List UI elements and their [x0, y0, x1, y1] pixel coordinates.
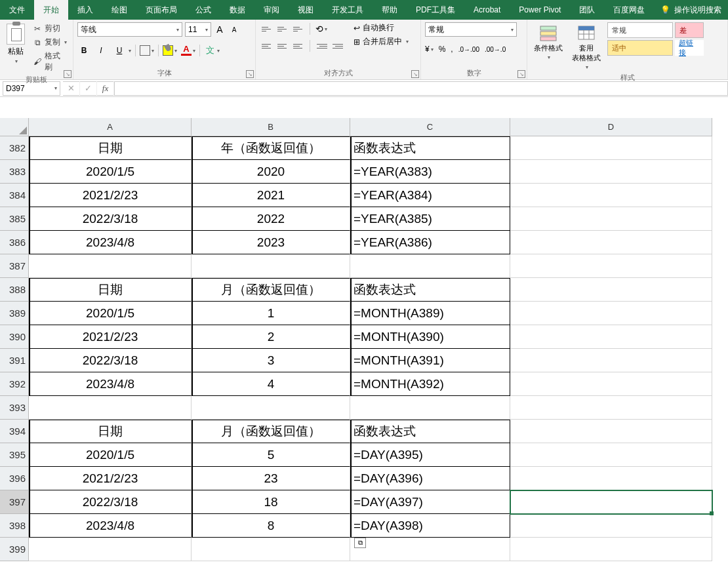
- col-header-B[interactable]: B: [192, 118, 350, 136]
- cell-D395[interactable]: [510, 443, 712, 467]
- align-bottom[interactable]: [291, 22, 304, 35]
- cell-C382[interactable]: 函数表达式: [350, 136, 510, 160]
- cell-C385[interactable]: =YEAR(A385): [350, 207, 510, 231]
- style-normal[interactable]: 常规: [607, 22, 673, 38]
- decrease-decimal[interactable]: .00→.0: [485, 45, 506, 54]
- cell-C383[interactable]: =YEAR(A383): [350, 160, 510, 184]
- row-header-395[interactable]: 395: [0, 443, 29, 467]
- row-header-387[interactable]: 387: [0, 254, 29, 278]
- cell-D390[interactable]: [510, 325, 712, 349]
- cell-A386[interactable]: 2023/4/8: [29, 231, 192, 254]
- cell-A383[interactable]: 2020/1/5: [29, 160, 192, 184]
- row-header-392[interactable]: 392: [0, 372, 29, 396]
- increase-font-button[interactable]: A: [214, 24, 226, 35]
- align-center[interactable]: [275, 39, 289, 52]
- tell-me-search[interactable]: 💡操作说明搜索: [660, 5, 728, 16]
- row-header-397[interactable]: 397: [0, 490, 29, 514]
- style-neutral[interactable]: 适中: [607, 40, 673, 56]
- number-dialog-launcher[interactable]: ↘: [517, 70, 525, 78]
- cell-B382[interactable]: 年（函数返回值）: [192, 136, 350, 160]
- increase-decimal[interactable]: .0→.00: [458, 45, 479, 54]
- row-header-396[interactable]: 396: [0, 467, 29, 490]
- align-right[interactable]: [291, 39, 304, 52]
- align-left[interactable]: [260, 39, 273, 52]
- cell-D387[interactable]: [510, 254, 712, 278]
- cell-B386[interactable]: 2023: [192, 231, 350, 254]
- enter-formula-button[interactable]: ✓: [80, 81, 97, 96]
- cell-A399[interactable]: [29, 538, 192, 561]
- row-header-386[interactable]: 386: [0, 231, 29, 254]
- tab-开始[interactable]: 开始: [34, 0, 68, 20]
- cell-A397[interactable]: 2022/3/18: [29, 490, 192, 514]
- tab-百度网盘[interactable]: 百度网盘: [604, 0, 654, 20]
- cell-D388[interactable]: [510, 278, 712, 302]
- cell-B385[interactable]: 2022: [192, 207, 350, 231]
- cell-A382[interactable]: 日期: [29, 136, 192, 160]
- cell-D383[interactable]: [510, 160, 712, 184]
- fill-color-button[interactable]: ▾: [163, 45, 177, 56]
- number-format-combo[interactable]: 常规▾: [425, 22, 517, 37]
- align-top[interactable]: [260, 22, 273, 35]
- clipboard-dialog-launcher[interactable]: ↘: [64, 70, 71, 78]
- cell-C398[interactable]: =DAY(A398): [350, 514, 510, 538]
- cell-D385[interactable]: [510, 207, 712, 231]
- wrap-text-button[interactable]: ↩自动换行: [354, 22, 409, 33]
- cell-B390[interactable]: 2: [192, 325, 350, 349]
- row-header-384[interactable]: 384: [0, 184, 29, 207]
- row-header-399[interactable]: 399: [0, 538, 29, 561]
- row-header-391[interactable]: 391: [0, 349, 29, 372]
- cell-A392[interactable]: 2023/4/8: [29, 372, 192, 396]
- cell-C397[interactable]: =DAY(A397): [350, 490, 510, 514]
- cell-A388[interactable]: 日期: [29, 278, 192, 302]
- cell-A391[interactable]: 2022/3/18: [29, 349, 192, 372]
- row-header-385[interactable]: 385: [0, 207, 29, 231]
- cell-B389[interactable]: 1: [192, 302, 350, 325]
- cell-C384[interactable]: =YEAR(A384): [350, 184, 510, 207]
- insert-function-button[interactable]: fx: [97, 81, 114, 96]
- font-size-combo[interactable]: 11▾: [185, 22, 211, 37]
- cell-B383[interactable]: 2020: [192, 160, 350, 184]
- tab-开发工具[interactable]: 开发工具: [323, 0, 373, 20]
- cell-D394[interactable]: [510, 420, 712, 443]
- format-as-table-button[interactable]: 套用 表格格式▾: [569, 22, 603, 71]
- accounting-format[interactable]: ¥▾: [425, 45, 434, 54]
- cell-A398[interactable]: 2023/4/8: [29, 514, 192, 538]
- cell-B399[interactable]: [192, 538, 350, 561]
- conditional-format-button[interactable]: 条件格式▾: [531, 22, 565, 62]
- cell-styles-gallery[interactable]: 常规 差 适中 超链接: [607, 22, 704, 56]
- paste-button[interactable]: 粘贴 ▾: [4, 22, 28, 66]
- cell-D396[interactable]: [510, 467, 712, 490]
- cell-C390[interactable]: =MONTH(A390): [350, 325, 510, 349]
- cell-C399[interactable]: [350, 538, 510, 561]
- align-middle[interactable]: [275, 22, 289, 35]
- cell-D399[interactable]: [510, 538, 712, 561]
- cell-B387[interactable]: [192, 254, 350, 278]
- formula-input[interactable]: [115, 81, 728, 96]
- row-header-390[interactable]: 390: [0, 325, 29, 349]
- cell-B397[interactable]: 18: [192, 490, 350, 514]
- row-header-383[interactable]: 383: [0, 160, 29, 184]
- cell-A394[interactable]: 日期: [29, 420, 192, 443]
- align-dialog-launcher[interactable]: ↘: [411, 70, 419, 78]
- cell-B396[interactable]: 23: [192, 467, 350, 490]
- cell-A385[interactable]: 2022/3/18: [29, 207, 192, 231]
- col-header-A[interactable]: A: [29, 118, 192, 136]
- cell-C386[interactable]: =YEAR(A386): [350, 231, 510, 254]
- copy-button[interactable]: ⧉复制▾: [31, 36, 69, 49]
- cell-C392[interactable]: =MONTH(A392): [350, 372, 510, 396]
- cell-C394[interactable]: 函数表达式: [350, 420, 510, 443]
- cell-B392[interactable]: 4: [192, 372, 350, 396]
- col-header-D[interactable]: D: [510, 118, 712, 136]
- cell-D386[interactable]: [510, 231, 712, 254]
- cell-A389[interactable]: 2020/1/5: [29, 302, 192, 325]
- decrease-font-button[interactable]: A: [228, 24, 240, 35]
- cell-A393[interactable]: [29, 396, 192, 420]
- cell-D389[interactable]: [510, 302, 712, 325]
- row-header-389[interactable]: 389: [0, 302, 29, 325]
- cell-D391[interactable]: [510, 349, 712, 372]
- cell-C389[interactable]: =MONTH(A389): [350, 302, 510, 325]
- cell-D382[interactable]: [510, 136, 712, 160]
- select-all-corner[interactable]: [0, 118, 29, 136]
- decrease-indent[interactable]: [315, 39, 329, 52]
- cell-A384[interactable]: 2021/2/23: [29, 184, 192, 207]
